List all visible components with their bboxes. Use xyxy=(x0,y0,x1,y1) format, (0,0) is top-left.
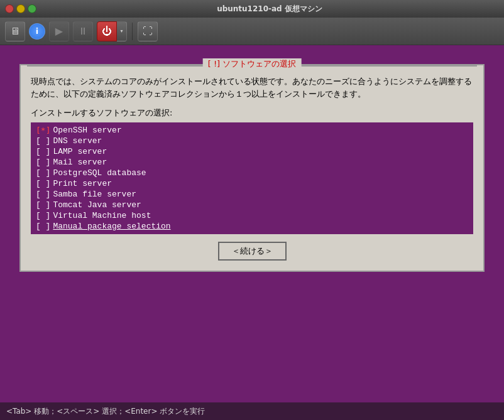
select-label: インストールするソフトウェアの選択: xyxy=(31,107,473,119)
power-group: ⏻ ▾ xyxy=(97,21,127,41)
list-item[interactable]: [ ] DNS server xyxy=(31,136,473,146)
pause-button[interactable]: ⏸ xyxy=(73,21,93,41)
play-button[interactable]: ▶ xyxy=(49,21,69,41)
item-label: Samba file server xyxy=(53,190,136,199)
toolbar: 🖥 i ▶ ⏸ ⏻ ▾ ⛶ xyxy=(0,18,504,45)
checkbox-empty: [ ] xyxy=(36,158,50,167)
button-area: ＜続ける＞ xyxy=(31,242,473,261)
software-list: [*] OpenSSH server [ ] DNS server [ ] LA… xyxy=(31,122,473,234)
item-label: Tomcat Java server xyxy=(53,200,141,210)
item-label: DNS server xyxy=(53,136,102,146)
list-item[interactable]: [ ] Virtual Machine host xyxy=(31,210,473,221)
item-label: Mail server xyxy=(53,158,107,167)
power-icon: ⏻ xyxy=(102,25,112,37)
play-icon: ▶ xyxy=(55,25,63,37)
main-area: [ !] ソフトウェアの選択 現時点では、システムのコアのみがインストールされて… xyxy=(0,45,504,402)
item-label: PostgreSQL database xyxy=(53,168,146,178)
list-item[interactable]: [ ] Samba file server xyxy=(31,189,473,200)
monitor-icon: 🖥 xyxy=(10,25,20,37)
checkbox-empty: [ ] xyxy=(36,222,50,231)
checkbox-checked: [*] xyxy=(36,126,50,135)
statusbar-text: <Tab> 移動；<スペース> 選択；<Enter> ボタンを実行 xyxy=(6,406,205,417)
window-title: ubuntu1210-ad 仮想マシン xyxy=(40,4,499,14)
checkbox-empty: [ ] xyxy=(36,200,50,210)
checkbox-empty: [ ] xyxy=(36,136,50,146)
checkbox-empty: [ ] xyxy=(36,168,50,178)
fullscreen-button[interactable]: ⛶ xyxy=(138,21,158,41)
toolbar-separator xyxy=(132,23,133,40)
monitor-button[interactable]: 🖥 xyxy=(5,21,25,41)
list-item[interactable]: [ ] Mail server xyxy=(31,157,473,168)
list-item-tomcat[interactable]: [ ] Tomcat Java server xyxy=(31,200,473,210)
list-item[interactable]: [ ] LAMP server xyxy=(31,146,473,157)
power-button[interactable]: ⏻ xyxy=(97,21,117,41)
list-item[interactable]: [ ] Print server xyxy=(31,178,473,189)
minimize-button[interactable] xyxy=(16,4,25,13)
checkbox-empty: [ ] xyxy=(36,179,50,188)
window-controls[interactable] xyxy=(5,4,36,13)
fullscreen-icon: ⛶ xyxy=(143,25,153,37)
pause-icon: ⏸ xyxy=(78,25,88,37)
statusbar: <Tab> 移動；<スペース> 選択；<Enter> ボタンを実行 xyxy=(0,402,504,420)
checkbox-empty: [ ] xyxy=(36,211,50,220)
power-dropdown[interactable]: ▾ xyxy=(117,21,127,41)
item-label: OpenSSH server xyxy=(53,126,121,135)
item-label: LAMP server xyxy=(53,147,107,156)
checkbox-empty: [ ] xyxy=(36,147,50,156)
titlebar: ubuntu1210-ad 仮想マシン xyxy=(0,0,504,18)
checkbox-empty: [ ] xyxy=(36,190,50,199)
item-label-manual: Manual package selection xyxy=(53,222,170,231)
dialog-title: [ !] ソフトウェアの選択 xyxy=(203,58,302,70)
item-label: Print server xyxy=(53,179,112,188)
continue-button[interactable]: ＜続ける＞ xyxy=(218,242,287,261)
maximize-button[interactable] xyxy=(28,4,36,13)
info-button[interactable]: i xyxy=(29,23,45,40)
item-label: Virtual Machine host xyxy=(53,211,151,220)
list-item[interactable]: [ ] PostgreSQL database xyxy=(31,168,473,178)
dialog-body-text: 現時点では、システムのコアのみがインストールされている状態です。あなたのニーズに… xyxy=(31,75,473,100)
close-button[interactable] xyxy=(5,4,14,13)
software-selection-dialog: [ !] ソフトウェアの選択 現時点では、システムのコアのみがインストールされて… xyxy=(19,64,485,272)
list-item[interactable]: [*] OpenSSH server xyxy=(31,125,473,136)
info-icon: i xyxy=(36,26,38,36)
list-item-manual[interactable]: [ ] Manual package selection xyxy=(31,221,473,232)
chevron-down-icon: ▾ xyxy=(120,28,123,34)
